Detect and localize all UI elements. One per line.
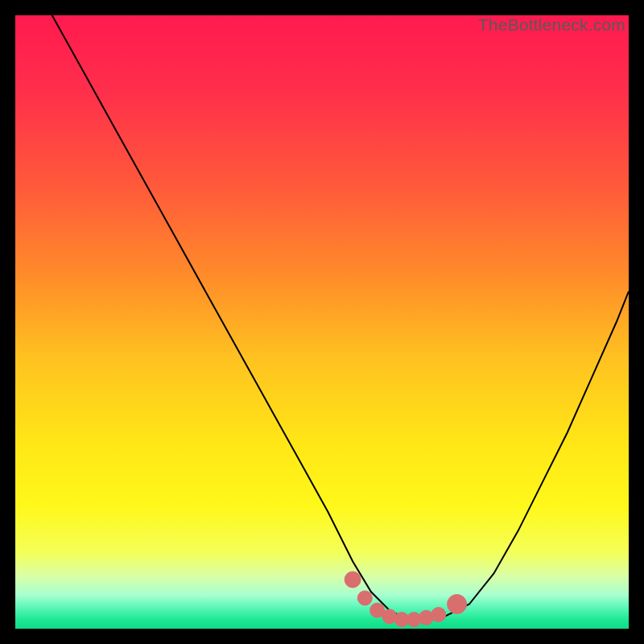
watermark-text: TheBottleneck.com <box>478 15 625 35</box>
bottleneck-chart <box>15 15 629 629</box>
marker-point <box>448 595 467 614</box>
marker-point <box>431 608 446 622</box>
marker-point <box>357 591 372 605</box>
marker-point <box>345 572 361 588</box>
chart-frame: TheBottleneck.com <box>15 15 629 629</box>
gradient-background <box>15 15 629 629</box>
